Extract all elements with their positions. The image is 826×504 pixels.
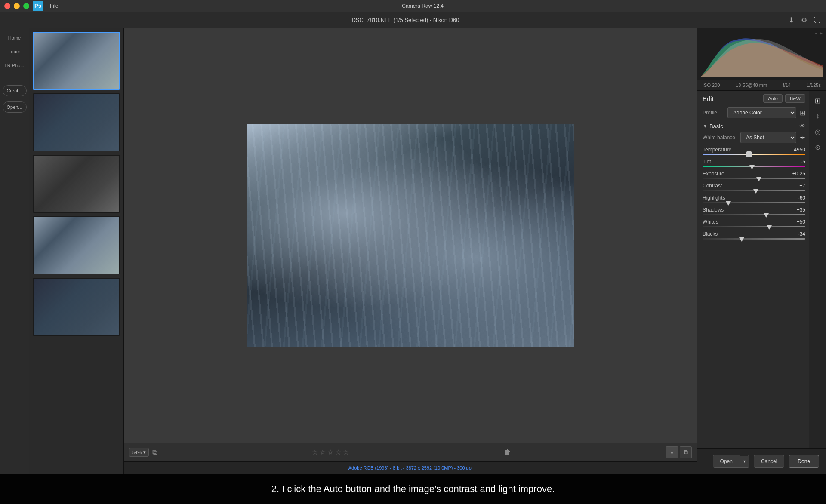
wb-select[interactable]: As Shot Auto Daylight Cloudy Custom [740,132,796,143]
star-5[interactable]: ☆ [343,448,349,456]
basic-section-header: ▼ Basic 👁 [703,123,805,129]
exposure-thumb[interactable] [756,177,761,181]
wb-picker-icon[interactable]: ✒ [800,134,805,142]
fullscreen-icon[interactable]: ⛶ [814,16,821,24]
minimize-button[interactable] [14,3,20,9]
basic-section-title: Basic [709,123,723,129]
trash-icon[interactable]: 🗑 [504,449,511,456]
highlights-track[interactable] [703,202,805,203]
contrast-thumb[interactable] [753,189,758,194]
profile-grid-icon[interactable]: ⊞ [800,109,805,117]
profile-select[interactable]: Adobe Color Adobe Standard Camera Standa… [727,107,796,118]
settings-icon[interactable]: ⚙ [801,16,807,24]
tint-track[interactable] [703,166,805,167]
canvas-area [124,28,697,443]
film-thumb-img-5 [34,279,119,335]
blacks-thumb[interactable] [739,237,744,242]
rt-icon-curves[interactable]: ⊙ [811,141,824,154]
star-1[interactable]: ☆ [312,448,318,456]
cr-title: DSC_7810.NEF (1/5 Selected) - Nikon D60 [22,17,789,23]
film-thumb-5[interactable] [33,278,120,336]
sidebar-item-lr[interactable]: LR Pho... [3,59,27,71]
right-panel: ◂ ▸ ISO 200 18-55@48 mm f/14 1/125s Edit [697,28,826,474]
blacks-track[interactable] [703,238,805,240]
basic-toggle[interactable]: ▼ [703,123,708,129]
menu-file[interactable]: File [50,3,58,9]
blacks-slider-row: Blacks -34 [703,231,805,240]
histogram-clip-highlights[interactable]: ▸ [820,30,823,36]
camera-info: ISO 200 18-55@48 mm f/14 1/125s [697,80,826,91]
whites-thumb[interactable] [767,225,772,230]
sidebar-item-home[interactable]: Home [3,32,27,44]
profile-label: Profile [703,110,724,116]
filmstrip-left [29,28,124,474]
photo-image [247,124,574,347]
done-button[interactable]: Done [789,455,819,468]
bw-button[interactable]: B&W [785,94,805,103]
open-dropdown-arrow[interactable]: ▾ [740,456,749,467]
iso-value: ISO 200 [703,83,720,88]
temperature-thumb[interactable] [746,151,752,157]
caption-bar: 2. I click the Auto button and the image… [0,474,826,504]
main-canvas: 54% ▾ ⧉ ☆ ☆ ☆ ☆ ☆ 🗑 ▪ ⧉ Adobe RGB (1998)… [124,28,697,474]
download-icon[interactable]: ⬇ [789,16,794,24]
edit-header-btns: Auto B&W [763,94,805,103]
film-thumb-4[interactable] [33,216,120,274]
rt-icon-settings[interactable]: ⊞ [811,94,824,107]
sidebar-item-learn[interactable]: Learn [3,46,27,58]
histogram-area: ◂ ▸ [697,28,826,80]
film-thumb-1[interactable] [33,32,120,90]
star-2[interactable]: ☆ [320,448,326,456]
temperature-label-row: Temperature 4950 [703,147,805,153]
film-thumb-img-2 [34,94,119,151]
rt-icon-hsl[interactable]: ◎ [811,125,824,138]
edit-header: Edit Auto B&W [703,94,805,103]
tint-label: Tint [703,159,711,165]
rating-stars: ☆ ☆ ☆ ☆ ☆ [312,448,349,456]
exposure-slider-row: Exposure +0.25 [703,171,805,179]
contrast-track[interactable] [703,190,805,191]
rt-icon-transform[interactable]: ↕ [811,110,824,123]
highlights-thumb[interactable] [726,201,731,206]
top-right-area: Edit Auto B&W Profile Adobe Color Adobe … [697,91,826,448]
white-balance-row: White balance As Shot Auto Daylight Clou… [703,132,805,143]
tint-thumb[interactable] [749,165,755,169]
film-thumb-2[interactable] [33,93,120,151]
star-3[interactable]: ☆ [327,448,333,456]
maximize-button[interactable] [23,3,29,9]
single-view-btn[interactable]: ▪ [666,446,678,458]
profile-row: Profile Adobe Color Adobe Standard Camer… [703,107,805,118]
auto-button[interactable]: Auto [763,94,783,103]
cr-body: Home Learn LR Pho... Creat... Open... [0,28,826,474]
histogram-clip-shadows[interactable]: ◂ [815,30,817,36]
info-bar[interactable]: Adobe RGB (1998) - 8 bit - 3872 x 2592 (… [124,461,697,474]
contrast-value: +7 [788,183,805,189]
star-4[interactable]: ☆ [335,448,341,456]
right-tools: ⊞ ↕ ◎ ⊙ ⋯ [809,91,826,448]
close-button[interactable] [4,3,10,9]
temperature-track[interactable] [703,154,805,155]
open-button[interactable]: Open [713,455,740,467]
whites-label: Whites [703,219,718,225]
open-sidebar-button[interactable]: Open... [3,101,27,113]
lens-value: 18-55@48 mm [736,83,767,88]
rt-icon-more[interactable]: ⋯ [811,156,824,169]
exposure-track[interactable] [703,178,805,179]
exposure-label: Exposure [703,171,724,177]
shadows-track[interactable] [703,214,805,215]
zoom-dropdown-icon: ▾ [143,449,146,455]
edit-title: Edit [703,95,714,102]
cancel-button[interactable]: Cancel [754,455,784,468]
zoom-selector[interactable]: 54% ▾ [129,448,149,457]
compare-view-btn[interactable]: ⧉ [680,446,692,458]
shadows-thumb[interactable] [764,213,769,218]
compare-icon[interactable]: ⧉ [152,449,157,456]
tint-slider-row: Tint -5 [703,159,805,167]
temperature-slider-row: Temperature 4950 [703,147,805,155]
create-button[interactable]: Creat... [3,85,27,96]
whites-track[interactable] [703,226,805,227]
film-thumb-3[interactable] [33,155,120,213]
shadows-value: +35 [788,207,805,213]
zoom-value: 54% [132,450,142,455]
basic-visibility-icon[interactable]: 👁 [799,123,805,129]
